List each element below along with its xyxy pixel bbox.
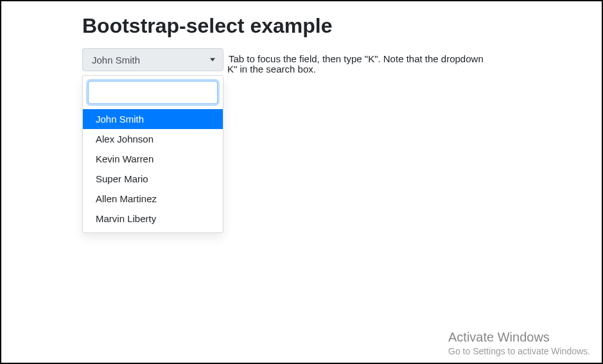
- select-toggle-button[interactable]: John Smith: [82, 48, 223, 71]
- dropdown-item[interactable]: John Smith: [83, 109, 223, 129]
- dropdown-item[interactable]: Super Mario: [83, 169, 223, 189]
- dropdown-list: John SmithAlex JohnsonKevin WarrenSuper …: [83, 109, 223, 229]
- dropdown-item[interactable]: Kevin Warren: [83, 149, 223, 169]
- chevron-down-icon: [210, 58, 215, 62]
- dropdown-item[interactable]: Alex Johnson: [83, 129, 223, 149]
- dropdown-item[interactable]: Allen Martinez: [83, 189, 223, 209]
- watermark-title: Activate Windows: [448, 330, 590, 345]
- select-wrapper: John Smith John SmithAlex JohnsonKevin W…: [82, 48, 223, 71]
- select-selected-label: John Smith: [92, 55, 140, 65]
- windows-activation-watermark: Activate Windows Go to Settings to activ…: [448, 330, 590, 356]
- watermark-subtitle: Go to Settings to activate Windows.: [448, 346, 590, 356]
- dropdown-search-input[interactable]: [88, 81, 218, 104]
- dropdown-item[interactable]: Marvin Liberty: [83, 209, 223, 229]
- dropdown-menu: John SmithAlex JohnsonKevin WarrenSuper …: [82, 75, 223, 233]
- instruction-text-line1: Tab to focus the field, then type "K". N…: [229, 48, 484, 64]
- page-title: Bootstrap-select example: [82, 14, 602, 38]
- instruction-text-line2: K" in the search box.: [227, 64, 316, 74]
